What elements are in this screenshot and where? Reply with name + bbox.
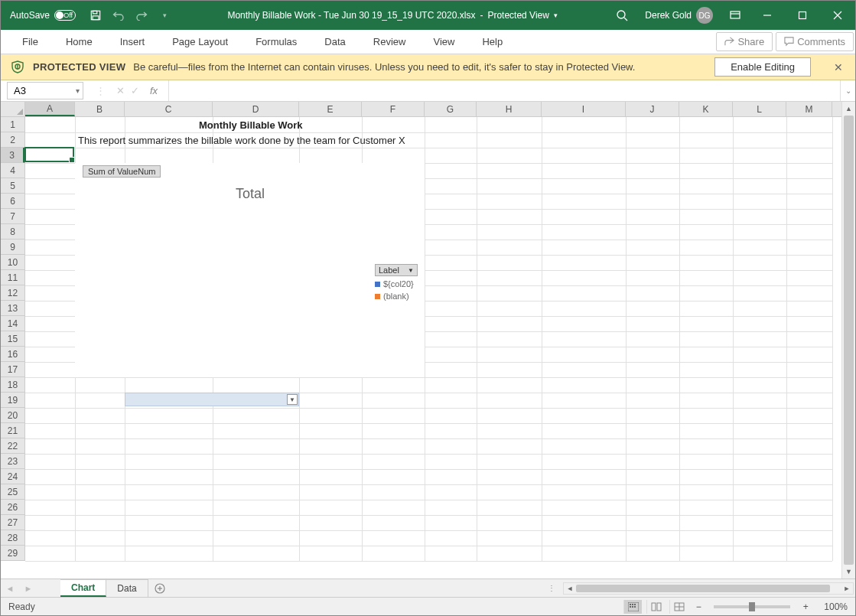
name-box[interactable]: A3 ▾ — [7, 82, 83, 99]
horizontal-scrollbar[interactable]: ◄ ► — [563, 582, 854, 595]
v-scroll-thumb[interactable] — [844, 116, 854, 565]
column-header-E[interactable]: E — [299, 102, 362, 116]
row-header-23[interactable]: 23 — [1, 454, 24, 469]
column-header-K[interactable]: K — [679, 102, 733, 116]
view-page-break-icon[interactable] — [669, 600, 688, 614]
user-account[interactable]: Derek Gold DG — [637, 7, 721, 24]
enable-editing-button[interactable]: Enable Editing — [714, 57, 811, 77]
search-button[interactable] — [607, 1, 637, 30]
column-header-H[interactable]: H — [477, 102, 542, 116]
view-normal-icon[interactable] — [623, 600, 642, 614]
redo-icon[interactable] — [131, 5, 152, 26]
column-header-J[interactable]: J — [626, 102, 679, 116]
row-header-28[interactable]: 28 — [1, 530, 24, 546]
row-header-9[interactable]: 9 — [1, 240, 24, 255]
row-header-14[interactable]: 14 — [1, 316, 24, 331]
row-header-20[interactable]: 20 — [1, 408, 24, 423]
tab-review[interactable]: Review — [360, 30, 420, 54]
column-header-L[interactable]: L — [733, 102, 786, 116]
row-header-11[interactable]: 11 — [1, 270, 24, 285]
row-header-7[interactable]: 7 — [1, 209, 24, 224]
legend-dropdown-icon[interactable]: ▼ — [408, 267, 414, 274]
tab-split-handle[interactable]: ⋮ — [542, 584, 563, 592]
tab-data[interactable]: Data — [311, 30, 359, 54]
zoom-level[interactable]: 100% — [824, 601, 848, 612]
row-header-19[interactable]: 19 — [1, 393, 24, 408]
sheet-tab-data[interactable]: Data — [106, 579, 148, 597]
vertical-scrollbar[interactable]: ▲ ▼ — [841, 102, 855, 579]
row-header-18[interactable]: 18 — [1, 377, 24, 393]
row-header-27[interactable]: 27 — [1, 515, 24, 530]
h-scroll-thumb[interactable] — [576, 585, 830, 592]
close-bar-icon[interactable]: ✕ — [831, 61, 846, 73]
tab-help[interactable]: Help — [468, 30, 516, 54]
zoom-in-button[interactable]: + — [799, 601, 812, 612]
close-button[interactable] — [820, 1, 855, 30]
row-header-2[interactable]: 2 — [1, 132, 24, 148]
column-header-G[interactable]: G — [425, 102, 477, 116]
row-header-29[interactable]: 29 — [1, 546, 24, 561]
row-header-5[interactable]: 5 — [1, 178, 24, 194]
column-header-F[interactable]: F — [362, 102, 425, 116]
h-scroll-track[interactable] — [576, 583, 841, 594]
chart-field-label[interactable]: Sum of ValueNum — [83, 165, 161, 178]
scroll-right-icon[interactable]: ► — [841, 583, 853, 594]
select-all-corner[interactable] — [1, 102, 25, 116]
row-header-22[interactable]: 22 — [1, 438, 24, 454]
column-header-B[interactable]: B — [75, 102, 125, 116]
zoom-out-button[interactable]: − — [692, 601, 705, 612]
legend-header[interactable]: Label ▼ — [375, 264, 418, 276]
pivot-filter-dropdown-icon[interactable]: ▼ — [287, 394, 298, 405]
tab-view[interactable]: View — [419, 30, 468, 54]
scroll-left-icon[interactable]: ◄ — [564, 583, 576, 594]
row-header-24[interactable]: 24 — [1, 469, 24, 484]
save-icon[interactable] — [85, 5, 106, 26]
column-header-M[interactable]: M — [786, 102, 832, 116]
row-header-3[interactable]: 3 — [1, 148, 24, 163]
zoom-slider[interactable] — [714, 605, 790, 608]
row-header-26[interactable]: 26 — [1, 500, 24, 515]
pivot-filter-cell[interactable]: ▼ — [125, 393, 299, 406]
tab-nav-next-icon[interactable]: ► — [19, 579, 37, 597]
autosave-toggle[interactable]: Off — [54, 10, 76, 21]
comments-button[interactable]: Comments — [776, 32, 854, 51]
row-header-1[interactable]: 1 — [1, 117, 24, 132]
maximize-button[interactable] — [785, 1, 820, 30]
formula-expand-icon[interactable]: ⌄ — [840, 80, 855, 101]
column-header-C[interactable]: C — [125, 102, 213, 116]
row-header-21[interactable]: 21 — [1, 423, 24, 438]
scroll-down-icon[interactable]: ▼ — [842, 565, 855, 579]
tab-formulas[interactable]: Formulas — [242, 30, 311, 54]
column-header-A[interactable]: A — [25, 102, 75, 116]
cell-grid[interactable]: Monthly Billable Work This report summar… — [25, 117, 841, 561]
name-box-dropdown-icon[interactable]: ▾ — [76, 86, 80, 95]
chart-object[interactable]: Sum of ValueNum Total Label ▼ ${col20} — [75, 163, 425, 377]
column-header-D[interactable]: D — [213, 102, 299, 116]
tab-nav-prev-icon[interactable]: ◄ — [1, 579, 19, 597]
row-header-17[interactable]: 17 — [1, 362, 24, 377]
tab-page-layout[interactable]: Page Layout — [158, 30, 242, 54]
view-page-layout-icon[interactable] — [646, 600, 665, 614]
row-header-4[interactable]: 4 — [1, 163, 24, 178]
zoom-slider-knob[interactable] — [749, 602, 755, 611]
row-header-25[interactable]: 25 — [1, 484, 24, 500]
formula-input[interactable] — [169, 80, 840, 101]
v-scroll-track[interactable] — [842, 116, 855, 565]
share-button[interactable]: Share — [716, 32, 773, 51]
mode-dropdown-icon[interactable]: ▾ — [554, 11, 558, 19]
add-sheet-button[interactable] — [148, 579, 171, 597]
fx-icon[interactable]: fx — [145, 85, 162, 96]
row-header-15[interactable]: 15 — [1, 331, 24, 347]
column-header-I[interactable]: I — [542, 102, 626, 116]
row-header-10[interactable]: 10 — [1, 255, 24, 270]
minimize-button[interactable] — [750, 1, 785, 30]
tab-insert[interactable]: Insert — [106, 30, 159, 54]
tab-file[interactable]: File — [8, 30, 52, 54]
row-header-13[interactable]: 13 — [1, 301, 24, 316]
row-header-16[interactable]: 16 — [1, 347, 24, 362]
tab-home[interactable]: Home — [52, 30, 106, 54]
scroll-up-icon[interactable]: ▲ — [842, 102, 855, 116]
row-header-8[interactable]: 8 — [1, 224, 24, 240]
undo-icon[interactable] — [108, 5, 129, 26]
row-header-6[interactable]: 6 — [1, 194, 24, 209]
